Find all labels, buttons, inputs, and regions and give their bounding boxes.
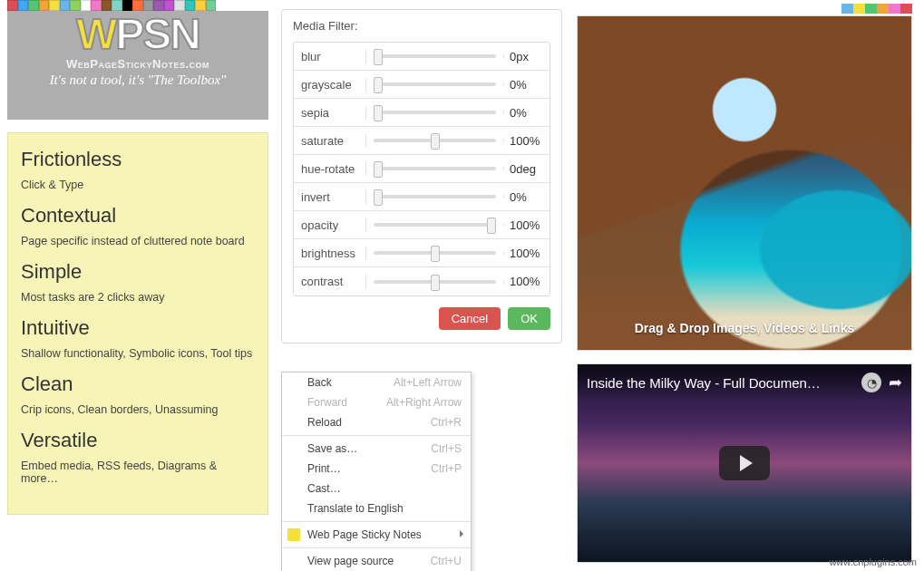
mini-toolbar-cell[interactable] <box>865 4 877 14</box>
context-menu-item[interactable]: Print…Ctrl+P <box>282 459 471 479</box>
watermark: www.cnplugins.com <box>829 556 917 567</box>
media-filter-title: Media Filter: <box>293 19 550 33</box>
feature-title: Frictionless <box>21 148 255 171</box>
filter-slider[interactable] <box>366 280 504 284</box>
logo-card: WPSN WebPageStickyNotes.com It's not a t… <box>7 11 268 120</box>
image-note-overlay: Drag & Drop Images, Videos & Links <box>578 321 911 335</box>
filter-value: 100% <box>504 218 550 232</box>
logo-tagline: It's not a tool, it's "The Toolbox" <box>7 73 268 88</box>
mini-toolbar-cell[interactable] <box>841 4 853 14</box>
context-menu-label: Print… <box>307 462 341 475</box>
context-menu-item: ForwardAlt+Right Arrow <box>282 392 471 412</box>
filter-row-sepia: sepia0% <box>294 99 550 127</box>
filter-value: 0deg <box>504 162 550 176</box>
context-menu-label: Forward <box>307 396 347 409</box>
filter-value: 100% <box>504 247 550 260</box>
right-column: Drag & Drop Images, Videos & Links Insid… <box>577 4 912 563</box>
context-menu-shortcut: Ctrl+U <box>431 555 462 567</box>
filter-name: contrast <box>294 275 366 288</box>
context-menu-shortcut: Ctrl+S <box>431 442 462 455</box>
filter-slider[interactable] <box>366 111 504 114</box>
context-menu-separator <box>282 435 471 436</box>
toolbar-color-cell[interactable] <box>39 0 50 11</box>
share-icon[interactable]: ➦ <box>889 373 902 392</box>
feature-title: Simple <box>21 260 255 284</box>
image-note[interactable]: Drag & Drop Images, Videos & Links <box>577 15 912 351</box>
filter-slider[interactable] <box>366 82 504 86</box>
mini-toolbar-cell[interactable] <box>889 4 900 14</box>
filter-value: 100% <box>504 134 550 148</box>
filter-row-brightness: brightness100% <box>294 239 550 267</box>
filter-buttons: Cancel OK <box>293 307 550 330</box>
filter-name: invert <box>294 190 366 204</box>
filter-slider[interactable] <box>366 167 504 170</box>
cancel-button[interactable]: Cancel <box>439 307 501 330</box>
video-note[interactable]: Inside the Milky Way - Full Documen… ◔ ➦ <box>577 363 912 563</box>
center-column: Media Filter: blur0pxgrayscale0%sepia0%s… <box>281 9 562 344</box>
filter-name: hue-rotate <box>294 162 366 176</box>
mini-toolbar-cell[interactable] <box>877 4 889 14</box>
logo-title: WPSN <box>7 16 268 53</box>
context-menu-item[interactable]: Save as…Ctrl+S <box>282 439 471 459</box>
context-menu-label: Save as… <box>307 442 357 455</box>
filter-name: grayscale <box>294 78 366 92</box>
play-button[interactable] <box>719 446 770 480</box>
watch-later-icon[interactable]: ◔ <box>861 373 881 392</box>
feature-title: Clean <box>21 373 255 396</box>
context-menu-label: Reload <box>307 416 342 429</box>
feature-desc: Crip icons, Clean borders, Unassuming <box>21 403 255 416</box>
filter-row-blur: blur0px <box>294 43 550 71</box>
context-menu-label: Translate to English <box>307 502 404 515</box>
toolbar-color-cell[interactable] <box>28 0 39 11</box>
feature-title: Versatile <box>21 429 255 452</box>
filter-row-opacity: opacity100% <box>294 211 550 239</box>
context-menu-item[interactable]: Translate to English <box>282 498 471 518</box>
cave-image <box>578 16 911 350</box>
context-menu-separator <box>282 521 471 522</box>
filter-row-hue-rotate: hue-rotate0deg <box>294 155 550 183</box>
filter-name: opacity <box>294 218 366 232</box>
toolbar-color-cell[interactable] <box>7 0 18 11</box>
feature-desc: Most tasks are 2 clicks away <box>21 291 255 304</box>
filter-name: sepia <box>294 106 366 120</box>
toolbar-color-cell[interactable] <box>60 0 71 11</box>
extension-icon <box>287 528 300 541</box>
toolbar-color-cell[interactable] <box>206 0 217 11</box>
filter-value: 0% <box>504 78 550 92</box>
mini-toolbar-cell[interactable] <box>853 4 865 14</box>
filter-value: 100% <box>504 275 550 288</box>
filter-slider[interactable] <box>366 251 504 255</box>
note-mini-toolbar[interactable] <box>577 4 912 14</box>
context-menu-item[interactable]: ReloadCtrl+R <box>282 412 471 432</box>
context-menu-item[interactable]: View page sourceCtrl+U <box>282 551 471 571</box>
filter-table: blur0pxgrayscale0%sepia0%saturate100%hue… <box>293 42 550 296</box>
context-menu-label: Back <box>307 376 332 389</box>
feature-desc: Embed media, RSS feeds, Diagrams & more… <box>21 460 255 485</box>
feature-title: Contextual <box>21 204 255 227</box>
context-menu-shortcut: Alt+Left Arrow <box>394 376 462 389</box>
feature-desc: Page specific instead of cluttered note … <box>21 235 255 247</box>
feature-title: Intuitive <box>21 316 255 340</box>
context-menu-item[interactable]: Web Page Sticky Notes <box>282 525 471 545</box>
toolbar-color-cell[interactable] <box>49 0 60 11</box>
context-menu-label: Cast… <box>307 482 341 495</box>
context-menu-item[interactable]: BackAlt+Left Arrow <box>282 373 471 392</box>
filter-slider[interactable] <box>366 139 504 142</box>
filter-slider[interactable] <box>366 195 504 198</box>
filter-name: brightness <box>294 247 366 260</box>
filter-row-invert: invert0% <box>294 183 550 211</box>
context-menu-item[interactable]: Cast… <box>282 479 471 498</box>
filter-value: 0% <box>504 106 550 120</box>
left-column: WPSN WebPageStickyNotes.com It's not a t… <box>7 0 268 515</box>
feature-desc: Shallow functionality, Symbolic icons, T… <box>21 347 255 360</box>
filter-slider[interactable] <box>366 54 504 58</box>
context-menu-shortcut: Ctrl+P <box>431 462 462 475</box>
ok-button[interactable]: OK <box>508 307 550 330</box>
filter-slider[interactable] <box>366 223 504 227</box>
video-title: Inside the Milky Way - Full Documen… <box>587 375 854 391</box>
filter-row-contrast: contrast100% <box>294 267 550 295</box>
media-filter-panel: Media Filter: blur0pxgrayscale0%sepia0%s… <box>281 9 562 344</box>
context-menu[interactable]: BackAlt+Left ArrowForwardAlt+Right Arrow… <box>281 372 472 571</box>
toolbar-color-cell[interactable] <box>18 0 29 11</box>
mini-toolbar-cell[interactable] <box>900 4 912 14</box>
